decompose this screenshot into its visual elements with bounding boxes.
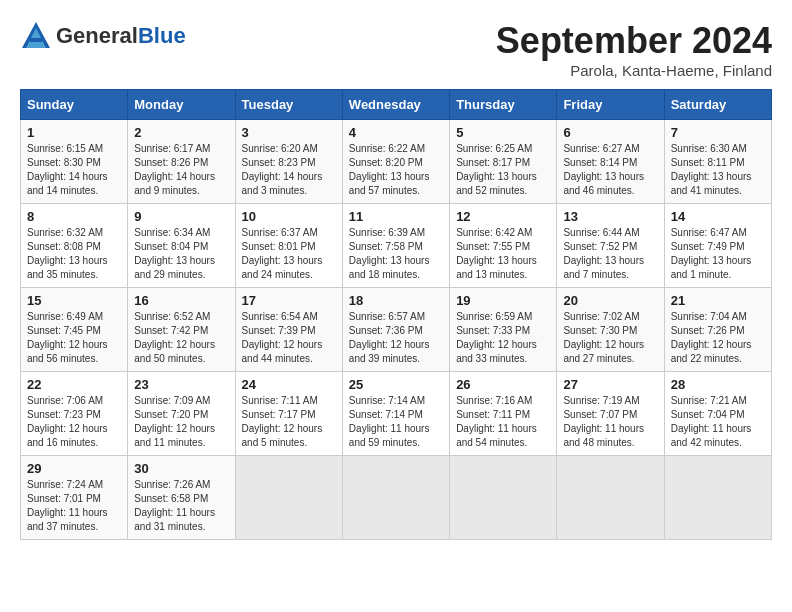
day-number: 12: [456, 209, 550, 224]
calendar-cell: 20Sunrise: 7:02 AMSunset: 7:30 PMDayligh…: [557, 288, 664, 372]
day-info: Sunrise: 6:44 AMSunset: 7:52 PMDaylight:…: [563, 226, 657, 282]
logo-general: General: [56, 23, 138, 48]
day-number: 19: [456, 293, 550, 308]
day-info: Sunrise: 6:25 AMSunset: 8:17 PMDaylight:…: [456, 142, 550, 198]
day-info: Sunrise: 6:47 AMSunset: 7:49 PMDaylight:…: [671, 226, 765, 282]
calendar-week-row: 15Sunrise: 6:49 AMSunset: 7:45 PMDayligh…: [21, 288, 772, 372]
day-number: 18: [349, 293, 443, 308]
day-info: Sunrise: 6:30 AMSunset: 8:11 PMDaylight:…: [671, 142, 765, 198]
day-info: Sunrise: 7:06 AMSunset: 7:23 PMDaylight:…: [27, 394, 121, 450]
day-number: 13: [563, 209, 657, 224]
calendar-cell: 22Sunrise: 7:06 AMSunset: 7:23 PMDayligh…: [21, 372, 128, 456]
day-header-monday: Monday: [128, 90, 235, 120]
calendar-table: SundayMondayTuesdayWednesdayThursdayFrid…: [20, 89, 772, 540]
logo: GeneralBlue: [20, 20, 186, 52]
day-number: 4: [349, 125, 443, 140]
day-number: 26: [456, 377, 550, 392]
day-info: Sunrise: 6:34 AMSunset: 8:04 PMDaylight:…: [134, 226, 228, 282]
day-number: 17: [242, 293, 336, 308]
day-info: Sunrise: 6:20 AMSunset: 8:23 PMDaylight:…: [242, 142, 336, 198]
calendar-week-row: 1Sunrise: 6:15 AMSunset: 8:30 PMDaylight…: [21, 120, 772, 204]
page-header: GeneralBlue September 2024 Parola, Kanta…: [20, 20, 772, 79]
title-block: September 2024 Parola, Kanta-Haeme, Finl…: [496, 20, 772, 79]
calendar-cell: 4Sunrise: 6:22 AMSunset: 8:20 PMDaylight…: [342, 120, 449, 204]
calendar-cell: 21Sunrise: 7:04 AMSunset: 7:26 PMDayligh…: [664, 288, 771, 372]
month-title: September 2024: [496, 20, 772, 62]
day-info: Sunrise: 7:02 AMSunset: 7:30 PMDaylight:…: [563, 310, 657, 366]
calendar-cell: 11Sunrise: 6:39 AMSunset: 7:58 PMDayligh…: [342, 204, 449, 288]
calendar-cell: 25Sunrise: 7:14 AMSunset: 7:14 PMDayligh…: [342, 372, 449, 456]
calendar-cell: 28Sunrise: 7:21 AMSunset: 7:04 PMDayligh…: [664, 372, 771, 456]
day-header-friday: Friday: [557, 90, 664, 120]
calendar-cell: 7Sunrise: 6:30 AMSunset: 8:11 PMDaylight…: [664, 120, 771, 204]
day-number: 30: [134, 461, 228, 476]
calendar-cell: 17Sunrise: 6:54 AMSunset: 7:39 PMDayligh…: [235, 288, 342, 372]
calendar-cell: 16Sunrise: 6:52 AMSunset: 7:42 PMDayligh…: [128, 288, 235, 372]
day-number: 2: [134, 125, 228, 140]
calendar-cell: 23Sunrise: 7:09 AMSunset: 7:20 PMDayligh…: [128, 372, 235, 456]
day-info: Sunrise: 7:16 AMSunset: 7:11 PMDaylight:…: [456, 394, 550, 450]
day-info: Sunrise: 7:26 AMSunset: 6:58 PMDaylight:…: [134, 478, 228, 534]
day-info: Sunrise: 6:39 AMSunset: 7:58 PMDaylight:…: [349, 226, 443, 282]
calendar-cell: 15Sunrise: 6:49 AMSunset: 7:45 PMDayligh…: [21, 288, 128, 372]
calendar-cell: 6Sunrise: 6:27 AMSunset: 8:14 PMDaylight…: [557, 120, 664, 204]
calendar-cell: 8Sunrise: 6:32 AMSunset: 8:08 PMDaylight…: [21, 204, 128, 288]
calendar-cell: [450, 456, 557, 540]
day-number: 1: [27, 125, 121, 140]
day-info: Sunrise: 6:15 AMSunset: 8:30 PMDaylight:…: [27, 142, 121, 198]
day-number: 9: [134, 209, 228, 224]
day-number: 23: [134, 377, 228, 392]
logo-icon: [20, 20, 52, 52]
day-info: Sunrise: 6:27 AMSunset: 8:14 PMDaylight:…: [563, 142, 657, 198]
day-number: 16: [134, 293, 228, 308]
day-number: 21: [671, 293, 765, 308]
calendar-cell: 10Sunrise: 6:37 AMSunset: 8:01 PMDayligh…: [235, 204, 342, 288]
day-number: 7: [671, 125, 765, 140]
day-number: 28: [671, 377, 765, 392]
day-number: 20: [563, 293, 657, 308]
calendar-cell: 3Sunrise: 6:20 AMSunset: 8:23 PMDaylight…: [235, 120, 342, 204]
day-number: 25: [349, 377, 443, 392]
day-header-thursday: Thursday: [450, 90, 557, 120]
calendar-cell: 19Sunrise: 6:59 AMSunset: 7:33 PMDayligh…: [450, 288, 557, 372]
day-info: Sunrise: 6:37 AMSunset: 8:01 PMDaylight:…: [242, 226, 336, 282]
day-info: Sunrise: 6:52 AMSunset: 7:42 PMDaylight:…: [134, 310, 228, 366]
day-info: Sunrise: 6:57 AMSunset: 7:36 PMDaylight:…: [349, 310, 443, 366]
day-number: 3: [242, 125, 336, 140]
day-number: 8: [27, 209, 121, 224]
day-header-tuesday: Tuesday: [235, 90, 342, 120]
day-info: Sunrise: 6:32 AMSunset: 8:08 PMDaylight:…: [27, 226, 121, 282]
calendar-cell: 27Sunrise: 7:19 AMSunset: 7:07 PMDayligh…: [557, 372, 664, 456]
day-number: 15: [27, 293, 121, 308]
svg-rect-2: [30, 38, 42, 42]
day-info: Sunrise: 7:14 AMSunset: 7:14 PMDaylight:…: [349, 394, 443, 450]
day-info: Sunrise: 6:49 AMSunset: 7:45 PMDaylight:…: [27, 310, 121, 366]
day-info: Sunrise: 7:19 AMSunset: 7:07 PMDaylight:…: [563, 394, 657, 450]
calendar-cell: 18Sunrise: 6:57 AMSunset: 7:36 PMDayligh…: [342, 288, 449, 372]
day-number: 27: [563, 377, 657, 392]
day-info: Sunrise: 7:11 AMSunset: 7:17 PMDaylight:…: [242, 394, 336, 450]
day-number: 14: [671, 209, 765, 224]
day-number: 5: [456, 125, 550, 140]
logo-blue: Blue: [138, 23, 186, 48]
calendar-cell: [664, 456, 771, 540]
calendar-cell: 5Sunrise: 6:25 AMSunset: 8:17 PMDaylight…: [450, 120, 557, 204]
calendar-week-row: 8Sunrise: 6:32 AMSunset: 8:08 PMDaylight…: [21, 204, 772, 288]
calendar-cell: 24Sunrise: 7:11 AMSunset: 7:17 PMDayligh…: [235, 372, 342, 456]
day-header-wednesday: Wednesday: [342, 90, 449, 120]
day-number: 24: [242, 377, 336, 392]
calendar-week-row: 22Sunrise: 7:06 AMSunset: 7:23 PMDayligh…: [21, 372, 772, 456]
day-info: Sunrise: 6:22 AMSunset: 8:20 PMDaylight:…: [349, 142, 443, 198]
day-info: Sunrise: 7:04 AMSunset: 7:26 PMDaylight:…: [671, 310, 765, 366]
day-number: 11: [349, 209, 443, 224]
calendar-cell: [235, 456, 342, 540]
calendar-cell: [342, 456, 449, 540]
calendar-cell: 2Sunrise: 6:17 AMSunset: 8:26 PMDaylight…: [128, 120, 235, 204]
calendar-cell: 13Sunrise: 6:44 AMSunset: 7:52 PMDayligh…: [557, 204, 664, 288]
location: Parola, Kanta-Haeme, Finland: [496, 62, 772, 79]
calendar-cell: [557, 456, 664, 540]
calendar-cell: 1Sunrise: 6:15 AMSunset: 8:30 PMDaylight…: [21, 120, 128, 204]
calendar-cell: 14Sunrise: 6:47 AMSunset: 7:49 PMDayligh…: [664, 204, 771, 288]
day-info: Sunrise: 7:09 AMSunset: 7:20 PMDaylight:…: [134, 394, 228, 450]
day-number: 10: [242, 209, 336, 224]
